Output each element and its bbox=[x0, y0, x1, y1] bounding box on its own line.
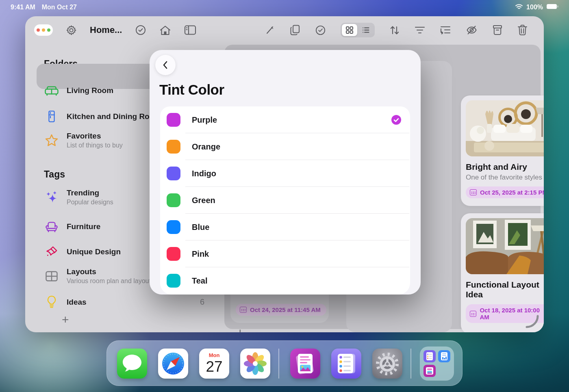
calendar-day: 27 bbox=[206, 359, 222, 375]
edit-pencil-icon[interactable] bbox=[265, 25, 275, 35]
sidebar-toggle-icon[interactable] bbox=[184, 25, 196, 35]
dock-divider bbox=[278, 349, 279, 379]
sparkles-icon bbox=[44, 190, 59, 205]
mini-checklist-app-icon bbox=[423, 350, 436, 362]
back-button[interactable] bbox=[155, 55, 176, 75]
tint-option-row[interactable]: Purple bbox=[160, 106, 410, 133]
tags-heading: Tags bbox=[44, 169, 65, 180]
card-subtitle: One of the favorite styles bbox=[466, 173, 544, 182]
armchair-icon bbox=[44, 220, 59, 233]
battery-icon bbox=[546, 4, 558, 11]
tint-option-row[interactable]: Teal bbox=[160, 267, 410, 294]
hide-eye-off-icon[interactable] bbox=[466, 25, 478, 35]
color-swatch bbox=[167, 247, 180, 261]
checklist-app-icon[interactable] bbox=[331, 349, 361, 379]
minimize-window-button[interactable] bbox=[42, 28, 45, 32]
mini-gallery-app-icon bbox=[423, 365, 436, 377]
tint-option-label: Green bbox=[192, 196, 401, 205]
toolbar: Home... bbox=[25, 16, 544, 44]
tint-color-list: Purple Orange Indigo Green Blue Pin bbox=[160, 106, 410, 295]
paintbrush-icon bbox=[44, 245, 59, 259]
color-swatch bbox=[167, 140, 180, 154]
sort-arrows-icon[interactable] bbox=[389, 25, 400, 36]
window-title[interactable]: Home... bbox=[90, 25, 122, 35]
sidebar-item-trending[interactable]: Trending Popular designs bbox=[44, 188, 113, 206]
trash-icon[interactable] bbox=[517, 24, 528, 36]
grid-view-icon[interactable] bbox=[342, 24, 357, 36]
sidebar-item-subtitle: List of things to buy bbox=[67, 142, 123, 149]
add-folder-button[interactable]: + bbox=[62, 315, 69, 324]
close-window-button[interactable] bbox=[37, 28, 40, 32]
status-bar: 9:41 AM Mon Oct 27 100% bbox=[0, 0, 569, 15]
color-swatch bbox=[167, 193, 180, 207]
tint-option-row[interactable]: Green bbox=[160, 187, 410, 214]
zoom-window-button[interactable] bbox=[47, 28, 50, 32]
sidebar-item-furniture[interactable]: Furniture bbox=[44, 220, 100, 233]
window-controls[interactable] bbox=[34, 24, 53, 36]
star-icon bbox=[44, 133, 59, 148]
settings-app-icon[interactable] bbox=[372, 349, 402, 379]
app-folder-icon[interactable] bbox=[420, 347, 454, 381]
dock-divider bbox=[410, 349, 411, 379]
tint-color-modal: Tint Color Purple Orange Indigo Green Bl… bbox=[150, 50, 421, 295]
card-photo bbox=[466, 100, 544, 156]
fridge-icon bbox=[44, 109, 59, 124]
sidebar-item-living-room[interactable]: Living Room bbox=[44, 84, 113, 97]
calendar-weekday: Mon bbox=[209, 352, 220, 358]
move-to-icon[interactable] bbox=[440, 25, 451, 35]
sidebar-item-favorites[interactable]: Favorites List of things to buy bbox=[44, 132, 123, 149]
idea-card-bright-and-airy[interactable]: Bright and Airy One of the favorite styl… bbox=[461, 95, 544, 206]
moodboard-app-icon[interactable] bbox=[290, 349, 320, 379]
photos-app-icon[interactable] bbox=[240, 349, 270, 379]
sidebar-item-label: Unique Design bbox=[67, 247, 121, 256]
select-check-icon[interactable] bbox=[315, 25, 326, 36]
safari-app-icon[interactable] bbox=[158, 349, 188, 379]
archive-icon[interactable] bbox=[492, 24, 503, 36]
color-swatch bbox=[167, 167, 180, 180]
card-photo bbox=[466, 218, 544, 274]
filter-icon[interactable] bbox=[415, 26, 425, 35]
tint-option-row[interactable]: Blue bbox=[160, 214, 410, 240]
lightbulb-icon bbox=[44, 295, 59, 310]
status-time: 9:41 AM bbox=[11, 4, 35, 11]
date-badge: Oct 24, 2025 at 11:45 AM bbox=[236, 304, 326, 316]
tint-option-row[interactable]: Indigo bbox=[160, 160, 410, 187]
duplicate-copy-icon[interactable] bbox=[290, 24, 300, 36]
add-item-button[interactable]: + bbox=[237, 328, 244, 332]
tasks-check-icon[interactable] bbox=[135, 24, 146, 36]
calendar-badge-icon bbox=[240, 307, 247, 313]
view-mode-segmented-control[interactable] bbox=[341, 23, 375, 37]
home-icon[interactable] bbox=[159, 25, 171, 36]
list-view-icon[interactable] bbox=[358, 24, 374, 36]
wifi-icon bbox=[515, 4, 523, 11]
sidebar-item-kitchen[interactable]: Kitchen and Dining Room bbox=[44, 109, 161, 124]
window-resize-handle[interactable] bbox=[525, 314, 540, 329]
card-title: Functional Layout Idea bbox=[466, 280, 544, 299]
messages-app-icon[interactable] bbox=[117, 349, 147, 379]
status-date: Mon Oct 27 bbox=[42, 4, 77, 11]
sidebar-item-unique-design[interactable]: Unique Design bbox=[44, 245, 121, 259]
tint-option-label: Indigo bbox=[192, 169, 401, 178]
sidebar-item-label: Ideas bbox=[67, 298, 87, 307]
color-swatch bbox=[167, 220, 180, 234]
color-swatch bbox=[167, 113, 180, 127]
calendar-badge-icon bbox=[470, 311, 476, 317]
couch-icon bbox=[44, 84, 59, 97]
table-grid-icon bbox=[44, 270, 59, 283]
card-title: Bright and Airy bbox=[466, 162, 544, 172]
battery-percent: 100% bbox=[526, 4, 543, 11]
mini-report-app-icon bbox=[438, 350, 450, 362]
tint-option-label: Blue bbox=[192, 223, 401, 232]
tint-option-label: Purple bbox=[192, 115, 391, 125]
chevron-left-icon bbox=[161, 60, 170, 70]
tint-option-row[interactable]: Orange bbox=[160, 133, 410, 160]
settings-gear-icon[interactable] bbox=[66, 25, 77, 36]
tint-option-row[interactable]: Pink bbox=[160, 240, 410, 267]
color-swatch bbox=[167, 274, 180, 288]
tint-option-label: Orange bbox=[192, 142, 401, 152]
date-badge: Oct 25, 2025 at 2:15 PM bbox=[466, 186, 544, 198]
calendar-app-icon[interactable]: Mon 27 bbox=[199, 349, 229, 379]
tint-option-label: Pink bbox=[192, 249, 401, 259]
sidebar-item-ideas[interactable]: Ideas bbox=[44, 295, 87, 310]
modal-title: Tint Color bbox=[159, 82, 224, 98]
